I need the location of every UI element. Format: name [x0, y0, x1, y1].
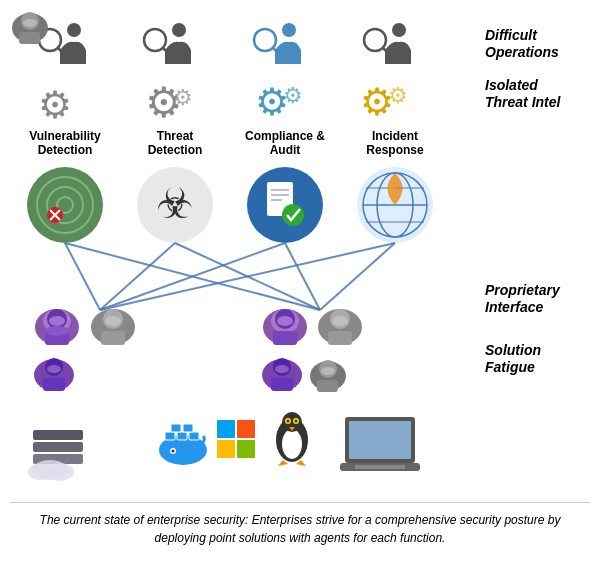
svg-text:⚙: ⚙ [173, 85, 193, 110]
agent-icon-3 [34, 358, 74, 391]
gear-icon-vuln: ⚙ [38, 84, 72, 126]
agent-icon-8 [310, 360, 346, 392]
svg-rect-80 [171, 424, 181, 432]
svg-point-47 [47, 365, 61, 373]
label-isolated: Isolated [485, 77, 538, 93]
agent-icon-5 [263, 309, 307, 345]
biohazard-icon: ☣ [156, 180, 194, 227]
svg-rect-87 [237, 440, 255, 458]
laptop-icon [340, 417, 420, 471]
windows-icon [217, 420, 255, 458]
docker-icon [159, 424, 207, 465]
gear-icon-incident: ⚙ ⚙ [360, 81, 408, 123]
line-t-left [100, 243, 175, 310]
diagram-caption: The current state of enterprise security… [10, 502, 590, 555]
col-label-compliance: Compliance & [245, 129, 325, 143]
label-solution: Solution [485, 342, 541, 358]
main-diagram-svg: Difficult Operations ⚙ ⚙ ⚙ ⚙ ⚙ ⚙ ⚙ Isola… [10, 10, 590, 490]
svg-point-93 [287, 420, 290, 423]
server-cloud-icon [28, 430, 83, 481]
agent-icon-1 [35, 309, 79, 345]
svg-point-56 [277, 316, 293, 326]
agent-icon-4 [12, 12, 48, 44]
svg-point-2 [67, 23, 81, 37]
svg-point-94 [295, 420, 298, 423]
label-threat-intel: Threat Intel [485, 94, 562, 110]
circle-vuln [27, 167, 103, 243]
svg-rect-69 [317, 380, 338, 392]
svg-rect-71 [33, 442, 83, 452]
svg-rect-65 [271, 378, 293, 391]
line-v-left [65, 243, 100, 310]
gear-icon-compliance: ⚙ ⚙ [255, 81, 303, 123]
label-difficult-ops: Difficult [485, 27, 538, 43]
svg-point-40 [45, 326, 69, 336]
svg-rect-84 [217, 420, 235, 438]
svg-rect-77 [165, 432, 175, 440]
svg-point-5 [172, 23, 186, 37]
svg-point-11 [392, 23, 406, 37]
agent-icon-6 [318, 309, 362, 345]
line-v-right [65, 243, 320, 310]
label-proprietary: Proprietary [485, 282, 561, 298]
gear-icon-threat: ⚙ ⚙ [145, 79, 193, 126]
svg-point-60 [332, 316, 348, 326]
label-difficult-ops-2: Operations [485, 44, 559, 60]
svg-point-6 [254, 29, 276, 51]
svg-point-29 [282, 204, 304, 226]
svg-rect-70 [33, 430, 83, 440]
svg-point-89 [282, 429, 302, 459]
svg-rect-85 [237, 420, 255, 438]
svg-point-38 [49, 316, 65, 326]
svg-rect-98 [355, 465, 405, 469]
svg-rect-78 [177, 432, 187, 440]
person-icon-incident [364, 23, 411, 64]
line-i-right [320, 243, 395, 310]
svg-text:⚙: ⚙ [283, 83, 303, 108]
svg-point-8 [282, 23, 296, 37]
svg-rect-86 [217, 440, 235, 458]
svg-rect-96 [349, 421, 411, 459]
svg-rect-52 [19, 32, 40, 44]
svg-point-3 [144, 29, 166, 51]
col-label-vuln: Vulnerability [29, 129, 101, 143]
col-label-audit: Audit [270, 143, 301, 157]
col-label-threat: Threat [157, 129, 194, 143]
svg-point-68 [321, 367, 335, 375]
col-label-threat-2: Detection [148, 143, 203, 157]
svg-rect-57 [273, 331, 297, 345]
agent-icon-2 [91, 309, 135, 345]
svg-rect-79 [189, 432, 199, 440]
person-icon-compliance [254, 23, 301, 64]
svg-rect-61 [328, 331, 352, 345]
svg-rect-44 [101, 331, 125, 345]
svg-point-9 [364, 29, 386, 51]
svg-point-83 [172, 450, 175, 453]
svg-point-43 [105, 316, 121, 326]
svg-point-75 [46, 463, 74, 481]
label-fatigue: Fatigue [485, 359, 535, 375]
agent-icon-7 [262, 358, 302, 391]
line-c-right [285, 243, 320, 310]
label-interface: Interface [485, 299, 544, 315]
svg-text:⚙: ⚙ [388, 83, 408, 108]
col-label-incident: Incident [372, 129, 418, 143]
linux-icon [276, 412, 308, 466]
line-t-right [175, 243, 320, 310]
svg-rect-81 [183, 424, 193, 432]
svg-point-64 [275, 365, 289, 373]
col-label-response: Response [366, 143, 424, 157]
svg-rect-48 [43, 378, 65, 391]
svg-text:⚙: ⚙ [38, 84, 72, 126]
person-icon-threat [144, 23, 191, 64]
svg-point-51 [23, 19, 37, 27]
diagram-container: Difficult Operations ⚙ ⚙ ⚙ ⚙ ⚙ ⚙ ⚙ Isola… [10, 10, 590, 555]
col-label-vuln-2: Detection [38, 143, 93, 157]
